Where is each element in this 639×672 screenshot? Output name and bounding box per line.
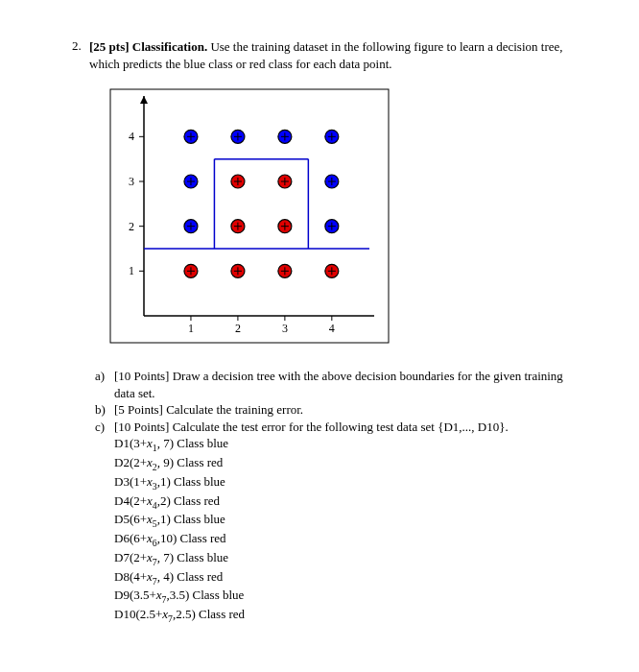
svg-text:2: 2 [129, 220, 134, 233]
part-a-letter: a) [95, 368, 114, 385]
test-data-row: D1(3+x1, 7) Class blue [114, 435, 581, 454]
d-pre: (2+ [130, 493, 147, 508]
test-data-row: D7(2+x7, 7) Class blue [114, 549, 581, 568]
part-c-pts: [10 Points] [114, 420, 169, 434]
d-pre: (2+ [130, 455, 147, 469]
test-data-row: D8(4+x7, 4) Class red [114, 568, 581, 588]
question-heading: 2. [25 pts] Classification. Use the trai… [72, 38, 581, 72]
part-b-text: Calculate the training error. [163, 402, 303, 417]
part-a-pts: [10 Points] [114, 369, 169, 383]
d-post: , 4) [157, 569, 178, 584]
part-c-text: Calculate the test error for the followi… [169, 420, 508, 434]
d-name: D10 [114, 607, 135, 621]
part-c-body: [10 Points] Calculate the test error for… [114, 419, 581, 436]
page-content: 2. [25 pts] Classification. Use the trai… [0, 0, 639, 654]
d-class: Class red [174, 493, 220, 508]
test-data-list: D1(3+x1, 7) Class blueD2(2+x2, 9) Class … [114, 435, 581, 625]
test-data-row: D6(6+x6,10) Class red [114, 530, 581, 549]
d-pre: (3.5+ [130, 588, 156, 602]
d-name: D5 [114, 512, 130, 526]
subparts: a) [10 Points] Draw a decision tree with… [95, 368, 581, 435]
d-class: Class blue [177, 436, 228, 450]
part-b-pts: [5 Points] [114, 402, 163, 417]
d-class: Class red [177, 569, 223, 584]
test-data-row: D5(6+x5,1) Class blue [114, 511, 581, 530]
d-pre: (1+ [130, 474, 147, 489]
d-pre: (2.5+ [135, 607, 162, 621]
test-data-row: D3(1+x3,1) Class blue [114, 473, 581, 492]
d-name: D2 [114, 455, 130, 469]
d-pre: (6+ [130, 531, 147, 545]
part-a: a) [10 Points] Draw a decision tree with… [95, 368, 581, 401]
d-class: Class blue [174, 512, 225, 526]
d-name: D1 [114, 436, 130, 450]
d-class: Class red [177, 455, 223, 469]
svg-text:2: 2 [235, 322, 241, 335]
svg-text:1: 1 [188, 322, 194, 335]
svg-text:3: 3 [282, 322, 288, 335]
d-name: D7 [114, 550, 130, 564]
svg-text:3: 3 [129, 175, 134, 188]
d-pre: (2+ [130, 550, 147, 564]
part-b-body: [5 Points] Calculate the training error. [114, 401, 581, 419]
part-b-letter: b) [95, 401, 114, 419]
svg-marker-3 [140, 96, 148, 104]
part-a-text: Draw a decision tree with the above deci… [114, 369, 563, 400]
d-class: Class red [199, 607, 245, 621]
d-post: ,1) [157, 474, 174, 489]
svg-text:1: 1 [129, 264, 134, 277]
test-data-row: D4(2+x4,2) Class red [114, 492, 581, 512]
d-post: ,2.5) [173, 607, 199, 621]
d-post: ,1) [157, 512, 174, 526]
part-b: b) [5 Points] Calculate the training err… [95, 401, 581, 419]
d-class: Class blue [174, 474, 225, 489]
question-number: 2. [72, 38, 89, 54]
d-pre: (6+ [130, 512, 147, 526]
d-name: D8 [114, 569, 130, 584]
question-text: [25 pts] Classification. Use the trainin… [89, 38, 581, 72]
d-name: D4 [114, 493, 130, 508]
test-data-row: D10(2.5+x7,2.5) Class red [114, 606, 581, 625]
d-class: Class blue [177, 550, 228, 564]
scatter-chart: 12341234 [91, 82, 398, 350]
d-post: , 7) [157, 436, 178, 450]
d-post: ,10) [157, 531, 180, 545]
d-name: D6 [114, 531, 130, 545]
question-points: [25 pts] Classification. [89, 39, 207, 54]
test-data-row: D9(3.5+x7,3.5) Class blue [114, 587, 581, 606]
d-pre: (4+ [130, 569, 147, 584]
d-name: D3 [114, 474, 130, 489]
svg-text:4: 4 [329, 322, 335, 335]
d-pre: (3+ [130, 436, 147, 450]
svg-text:4: 4 [129, 130, 134, 143]
d-post: , 7) [157, 550, 178, 564]
d-class: Class red [180, 531, 226, 545]
d-post: ,2) [157, 493, 174, 508]
part-c: c) [10 Points] Calculate the test error … [95, 419, 581, 436]
part-c-letter: c) [95, 419, 114, 436]
d-post: ,3.5) [166, 588, 192, 602]
part-a-body: [10 Points] Draw a decision tree with th… [114, 368, 581, 401]
d-class: Class blue [193, 588, 245, 602]
d-name: D9 [114, 588, 130, 602]
test-data-row: D2(2+x2, 9) Class red [114, 454, 581, 473]
d-post: , 9) [157, 455, 178, 469]
svg-rect-0 [110, 89, 389, 343]
training-figure: 12341234 [91, 82, 581, 354]
